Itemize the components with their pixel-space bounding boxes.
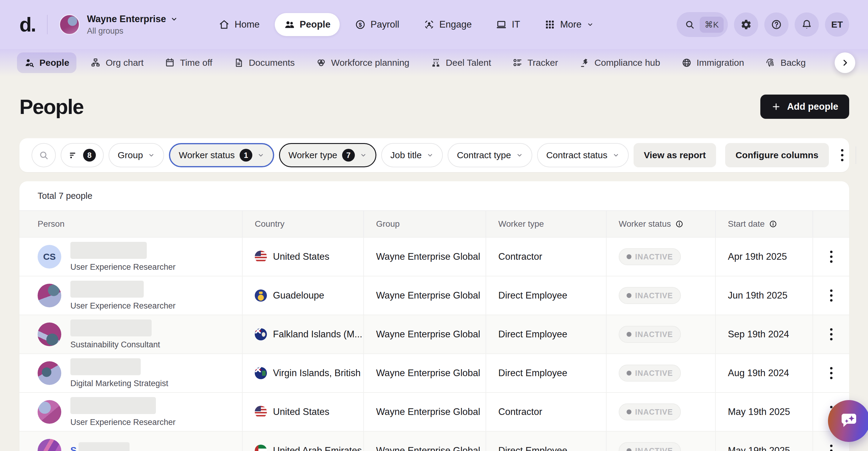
info-icon[interactable] — [769, 220, 777, 228]
notifications-button[interactable] — [795, 12, 819, 37]
subnav-label: People — [39, 58, 69, 68]
fullscreen-button[interactable] — [865, 148, 868, 163]
person-job-title: User Experience Researcher — [70, 301, 176, 311]
subnav-item-org-chart[interactable]: Org chart — [83, 53, 151, 73]
start-date-cell: Aug 19th 2024 — [716, 354, 813, 392]
person-cell[interactable]: Sustainability Consultant — [20, 315, 243, 353]
nav-item-engage[interactable]: Engage — [414, 13, 481, 36]
subnav-item-tracker[interactable]: Tracker — [505, 53, 565, 73]
column-header-worker-status[interactable]: Worker status — [607, 211, 716, 237]
table-row[interactable]: CS User Experience Researcher United Sta… — [20, 237, 849, 276]
plus-icon — [771, 102, 781, 111]
table-row[interactable]: S United Arab Emirates Wayne Enterprise … — [20, 431, 849, 451]
person-job-title: Sustainability Consultant — [70, 340, 160, 350]
subnav-item-workforce-planning[interactable]: Workforce planning — [309, 53, 417, 73]
row-menu-button[interactable] — [827, 442, 836, 451]
person-cell[interactable]: CS User Experience Researcher — [20, 237, 243, 276]
status-label: INACTIVE — [635, 408, 673, 416]
subnav-item-people[interactable]: People — [17, 53, 76, 73]
column-header-person[interactable]: Person — [20, 211, 243, 237]
subnav-item-compliance-hub[interactable]: Compliance hub — [572, 53, 668, 73]
row-menu-button[interactable] — [827, 325, 836, 344]
nav-item-payroll[interactable]: $ Payroll — [346, 13, 408, 36]
subnav-item-documents[interactable]: Documents — [226, 53, 302, 73]
person-avatar: CS — [38, 245, 61, 268]
info-icon[interactable] — [675, 220, 684, 228]
table-row[interactable]: User Experience Researcher Guadeloupe Wa… — [20, 276, 849, 315]
chevron-down-icon — [426, 152, 434, 159]
table-row[interactable]: Digital Marketing Strategist Virgin Isla… — [20, 353, 849, 392]
status-label: INACTIVE — [635, 291, 673, 300]
column-header-country[interactable]: Country — [243, 211, 364, 237]
filter-pill-worker-status[interactable]: Worker status 1 — [169, 143, 274, 167]
person-cell[interactable]: User Experience Researcher — [20, 277, 243, 315]
filter-pill-contract-status[interactable]: Contract status — [537, 143, 629, 167]
column-header-group[interactable]: Group — [364, 211, 486, 237]
subnav-item-immigration[interactable]: Immigration — [674, 53, 751, 73]
table-row[interactable]: Sustainability Consultant Falkland Islan… — [20, 315, 849, 353]
nav-item-it[interactable]: IT — [487, 13, 529, 36]
table-search-button[interactable] — [32, 143, 56, 167]
filter-count-badge: 8 — [83, 149, 96, 162]
filter-pill-job-title[interactable]: Job title — [381, 143, 443, 167]
gear-icon — [740, 19, 752, 30]
subnav-scroll-right-button[interactable] — [835, 53, 855, 73]
status-badge: INACTIVE — [619, 326, 681, 343]
add-people-button[interactable]: Add people — [760, 95, 849, 119]
subnav-item-deel-talent[interactable]: Deel Talent — [423, 53, 499, 73]
compliance-icon — [579, 58, 590, 68]
filter-pill-label: Worker type — [288, 150, 337, 160]
user-avatar[interactable]: ET — [825, 12, 849, 37]
add-people-label: Add people — [787, 101, 838, 112]
nav-item-more[interactable]: More — [535, 13, 603, 36]
filter-pill-worker-type[interactable]: Worker type 7 — [279, 143, 376, 167]
nav-label: IT — [512, 19, 520, 30]
people-icon — [284, 19, 295, 30]
country-cell: Virgin Islands, British — [243, 354, 364, 392]
group-cell: Wayne Enterprise Global — [364, 315, 486, 353]
nav-item-people[interactable]: People — [275, 13, 340, 36]
country-flag-icon — [255, 406, 267, 418]
person-job-title: Digital Marketing Strategist — [70, 379, 168, 388]
row-menu-button[interactable] — [827, 248, 836, 266]
person-name-redacted — [79, 442, 129, 451]
filter-pill-contract-type[interactable]: Contract type — [448, 143, 532, 167]
chevron-down-icon — [148, 152, 155, 159]
configure-columns-button[interactable]: Configure columns — [725, 143, 829, 167]
view-as-report-button[interactable]: View as report — [633, 143, 716, 167]
person-cell[interactable]: Digital Marketing Strategist — [20, 354, 243, 392]
worker-type-cell: Contractor — [486, 237, 607, 276]
subnav-item-time-off[interactable]: Time off — [157, 53, 220, 73]
settings-button[interactable] — [734, 12, 758, 37]
row-menu-button[interactable] — [827, 286, 836, 304]
group-name: Wayne Enterprise Global — [376, 368, 480, 379]
main-nav: Home People $ Payroll Engage IT More — [210, 13, 602, 36]
row-menu-button[interactable] — [827, 364, 836, 382]
person-cell[interactable]: User Experience Researcher — [20, 393, 243, 431]
person-name-redacted — [70, 242, 147, 259]
subnav-label: Immigration — [696, 58, 744, 68]
ai-assistant-button[interactable] — [828, 400, 868, 442]
nav-item-home[interactable]: Home — [210, 13, 269, 36]
subnav-label: Documents — [249, 58, 295, 68]
filter-count-button[interactable]: 8 — [61, 143, 104, 167]
person-name-visible: S — [70, 445, 77, 451]
column-header-worker-type[interactable]: Worker type — [486, 211, 607, 237]
global-search-button[interactable]: ⌘K — [677, 12, 728, 37]
person-name-redacted — [70, 397, 156, 414]
chat-sparkle-icon — [838, 410, 860, 432]
help-button[interactable] — [764, 12, 788, 37]
fingerprint-icon — [765, 58, 775, 68]
column-header-start-date[interactable]: Start date — [716, 211, 813, 237]
more-options-button[interactable] — [838, 146, 846, 164]
filter-pill-group[interactable]: Group — [108, 143, 164, 167]
chevron-down-icon — [516, 152, 523, 159]
subnav-item-background-checks[interactable]: Backg — [758, 53, 806, 73]
company-switcher[interactable]: Wayne Enterprise All groups — [59, 13, 178, 36]
row-actions-cell — [813, 277, 849, 315]
table-row[interactable]: User Experience Researcher United States… — [20, 392, 849, 431]
people-subnav: People Org chart Time off Documents Work… — [0, 49, 868, 76]
worker-status-cell: INACTIVE — [607, 315, 716, 353]
person-cell[interactable]: S — [20, 431, 243, 451]
user-initials: ET — [831, 20, 843, 30]
